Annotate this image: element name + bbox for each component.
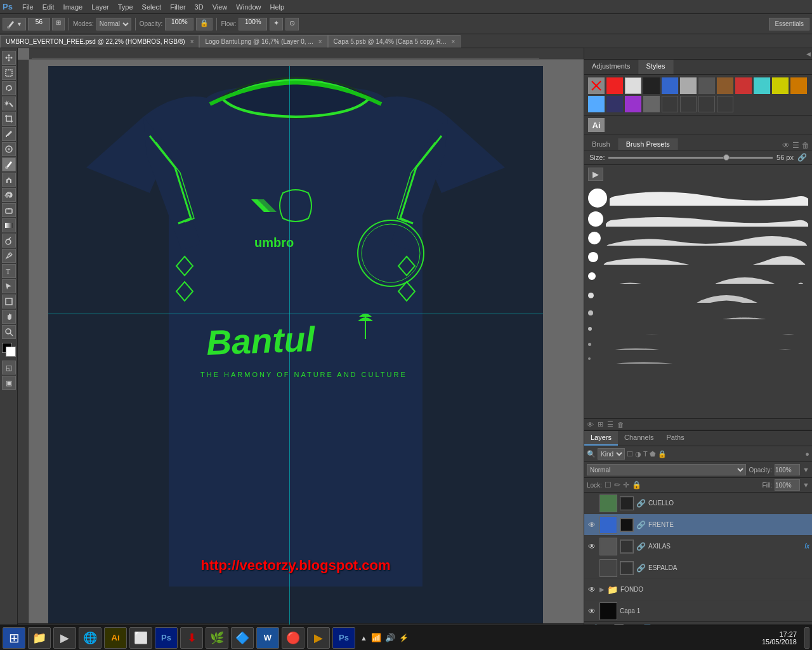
- taskbar-illustrator[interactable]: Ai: [104, 627, 127, 649]
- brush-preset-3[interactable]: [588, 229, 808, 247]
- brush-bottom-trash[interactable]: 🗑: [617, 421, 624, 428]
- tab-styles[interactable]: Styles: [639, 60, 674, 74]
- style-blue[interactable]: [662, 77, 678, 94]
- path-select-tool[interactable]: [2, 279, 16, 293]
- brush-link-icon[interactable]: 🔗: [797, 153, 807, 162]
- ai-badge[interactable]: Ai: [588, 118, 605, 132]
- brush-bottom-grid[interactable]: ⊞: [598, 420, 603, 428]
- style-brown[interactable]: [717, 77, 733, 94]
- style-empty1[interactable]: [662, 96, 678, 112]
- taskbar-greenapp[interactable]: 🌿: [206, 627, 228, 649]
- style-yellow[interactable]: [772, 77, 789, 94]
- tab-brush[interactable]: Brush: [584, 138, 619, 150]
- flow-input[interactable]: 100%: [239, 18, 267, 30]
- opacity-input-layers[interactable]: [775, 464, 800, 475]
- tab-0[interactable]: UMBRO_EVERTON_FREE.psd @ 22,2% (HOMBROS,…: [0, 35, 199, 48]
- brush-preset-6[interactable]: [588, 286, 808, 304]
- style-dgray2[interactable]: [643, 96, 660, 112]
- tab-2[interactable]: Capa 5.psb @ 14,4% (Capa 5 copy, R... ×: [328, 35, 461, 48]
- tab-paths[interactable]: Paths: [660, 431, 691, 446]
- canvas-area[interactable]: umbro Bantul THE HARMONY OF NATURE AND C…: [18, 48, 584, 636]
- layers-search-toggle[interactable]: ●: [805, 450, 809, 458]
- brush-icon-eye[interactable]: 👁: [782, 141, 790, 150]
- style-red2[interactable]: [735, 77, 752, 94]
- layers-filter-text[interactable]: T: [643, 450, 648, 458]
- hand-tool[interactable]: [2, 310, 16, 324]
- brush-preset-10[interactable]: [588, 352, 808, 365]
- layer-item-axilas[interactable]: 👁 🔗 AXILAS fx: [584, 536, 812, 557]
- tab-1[interactable]: Logo Bantul.png @ 16,7% (Layer 0, ... ×: [199, 35, 327, 48]
- taskbar-explorer[interactable]: 📁: [28, 627, 51, 649]
- zoom-tool[interactable]: [2, 325, 16, 339]
- pen-tool[interactable]: [2, 249, 16, 263]
- brush-size-input[interactable]: 56: [28, 18, 50, 30]
- size-slider-thumb[interactable]: [723, 154, 730, 161]
- style-empty4[interactable]: [717, 96, 733, 112]
- lock-all[interactable]: 🔒: [632, 481, 641, 489]
- taskbar-ps2[interactable]: Ps: [332, 627, 355, 649]
- airbrush-icon[interactable]: ✦: [270, 18, 283, 30]
- layers-filter-smart[interactable]: 🔒: [658, 450, 667, 458]
- taskbar-media[interactable]: ▶: [53, 627, 76, 649]
- taskbar-word[interactable]: W: [256, 627, 279, 649]
- brush-play-btn[interactable]: ▶: [588, 168, 603, 181]
- collapse-arrow[interactable]: ◀: [806, 51, 811, 57]
- start-button[interactable]: ⊞: [3, 627, 25, 649]
- screen-mode-btn[interactable]: ▣: [2, 376, 16, 390]
- layers-list[interactable]: 👁 🔗 CUELLO 👁: [584, 493, 812, 621]
- tray-network[interactable]: 📶: [371, 633, 381, 642]
- dodge-tool[interactable]: [2, 234, 16, 248]
- eye-cuello[interactable]: 👁: [587, 498, 597, 508]
- taskbar-photoshop[interactable]: Ps: [155, 627, 178, 649]
- brush-settings-icon[interactable]: ⊙: [285, 18, 299, 30]
- opacity-icon[interactable]: 🔒: [196, 18, 213, 30]
- style-dgray1[interactable]: [698, 77, 715, 94]
- eye-espalda[interactable]: 👁: [587, 563, 597, 573]
- style-purp[interactable]: [625, 96, 641, 112]
- brush-preset-4[interactable]: [588, 248, 808, 266]
- shape-tool[interactable]: [2, 295, 16, 308]
- menu-help[interactable]: Help: [265, 2, 289, 12]
- layer-item-fondo[interactable]: 👁 ▶ 📁 FONDO: [584, 579, 812, 600]
- tab-channels[interactable]: Channels: [618, 431, 660, 446]
- eye-capa1[interactable]: 👁: [587, 606, 597, 616]
- style-empty2[interactable]: [680, 96, 697, 112]
- brush-preset-8[interactable]: [588, 322, 808, 336]
- style-lgray[interactable]: [680, 77, 697, 94]
- lock-paint[interactable]: ✏: [614, 481, 620, 489]
- style-cyan[interactable]: [754, 77, 770, 94]
- blend-mode-select[interactable]: Normal: [587, 464, 746, 475]
- mode-select[interactable]: Normal: [96, 18, 131, 30]
- move-tool[interactable]: [2, 51, 16, 65]
- menu-window[interactable]: Window: [232, 2, 265, 12]
- layers-search-icon-mag[interactable]: 🔍: [587, 450, 596, 458]
- brush-tool[interactable]: [2, 157, 16, 171]
- style-lblue[interactable]: [588, 96, 605, 112]
- tab-close-0[interactable]: ×: [190, 38, 194, 45]
- brush-options-icon[interactable]: ⊞: [52, 18, 65, 30]
- brush-preset-9[interactable]: [588, 337, 808, 351]
- brush-preset-2[interactable]: [588, 210, 808, 228]
- tray-bluetooth[interactable]: ⚡: [399, 633, 409, 642]
- gradient-tool[interactable]: [2, 218, 16, 232]
- taskbar-unknown3[interactable]: 🔴: [282, 627, 304, 649]
- layers-kind-select[interactable]: Kind: [598, 448, 625, 460]
- tab-close-2[interactable]: ×: [451, 38, 455, 45]
- lock-transparent[interactable]: ☐: [605, 481, 612, 489]
- fill-input[interactable]: [775, 479, 800, 491]
- layers-filter-shape[interactable]: ⬟: [650, 450, 656, 458]
- menu-select[interactable]: Select: [138, 2, 166, 12]
- style-red[interactable]: [606, 77, 623, 94]
- eye-fondo[interactable]: 👁: [587, 585, 597, 595]
- brush-preset-7[interactable]: [588, 305, 808, 321]
- layers-filter-adj[interactable]: ◑: [635, 450, 641, 458]
- size-slider[interactable]: [608, 157, 773, 159]
- clone-stamp-tool[interactable]: [2, 173, 16, 187]
- menu-image[interactable]: Image: [59, 2, 88, 12]
- layer-item-frente[interactable]: 👁 🔗 FRENTE: [584, 514, 812, 536]
- show-desktop[interactable]: [804, 627, 809, 649]
- tab-adjustments[interactable]: Adjustments: [584, 60, 639, 74]
- opacity-input[interactable]: 100%: [165, 18, 193, 30]
- canvas-content[interactable]: umbro Bantul THE HARMONY OF NATURE AND C…: [29, 60, 584, 636]
- opacity-arrow[interactable]: ▼: [802, 466, 809, 474]
